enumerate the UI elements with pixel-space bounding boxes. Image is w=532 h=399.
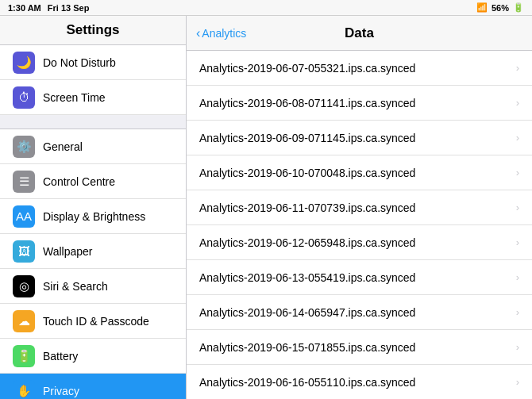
sidebar-list: 🌙Do Not Disturb⏱Screen Time⚙️General☰Con…	[0, 45, 186, 399]
content-item-label: Analytics-2019-06-11-070739.ips.ca.synce…	[199, 201, 516, 214]
content-item-label: Analytics-2019-06-14-065947.ips.ca.synce…	[199, 306, 516, 319]
display-icon: AA	[13, 205, 35, 228]
sidebar-item-label-do-not-disturb: Do Not Disturb	[43, 56, 173, 69]
content-item-label: Analytics-2019-06-08-071141.ips.ca.synce…	[199, 97, 516, 109]
battery-icon: 🔋	[13, 345, 35, 367]
list-item[interactable]: Analytics-2019-06-11-070739.ips.ca.synce…	[187, 190, 532, 225]
sidebar-item-label-battery: Battery	[43, 350, 173, 363]
back-button[interactable]: ‹ Analytics	[196, 26, 246, 40]
chevron-right-icon: ›	[516, 62, 519, 74]
sidebar-item-wallpaper[interactable]: 🖼Wallpaper	[0, 234, 186, 269]
chevron-right-icon: ›	[516, 236, 519, 248]
list-item[interactable]: Analytics-2019-06-07-055321.ips.ca.synce…	[187, 51, 532, 86]
content-item-label: Analytics-2019-06-12-065948.ips.ca.synce…	[199, 236, 516, 249]
chevron-right-icon: ›	[516, 167, 519, 178]
control-centre-icon: ☰	[13, 171, 35, 193]
chevron-right-icon: ›	[516, 97, 519, 109]
status-bar-left: 1:30 AM Fri 13 Sep	[8, 3, 89, 13]
privacy-icon: ✋	[13, 380, 35, 400]
do-not-disturb-icon: 🌙	[13, 52, 35, 74]
back-label: Analytics	[202, 27, 246, 40]
sidebar-item-battery[interactable]: 🔋Battery	[0, 339, 186, 374]
list-item[interactable]: Analytics-2019-06-15-071855.ips.ca.synce…	[187, 330, 532, 365]
content-title: Data	[345, 25, 374, 41]
sidebar-item-do-not-disturb[interactable]: 🌙Do Not Disturb	[0, 45, 186, 80]
siri-icon: ◎	[13, 275, 35, 297]
content-item-label: Analytics-2019-06-15-071855.ips.ca.synce…	[199, 341, 516, 354]
back-chevron-icon: ‹	[196, 26, 200, 40]
chevron-right-icon: ›	[516, 132, 519, 144]
chevron-right-icon: ›	[516, 376, 519, 388]
sidebar-item-label-touch-id: Touch ID & Passcode	[43, 315, 173, 328]
sidebar-item-privacy[interactable]: ✋Privacy	[0, 374, 186, 399]
status-time: 1:30 AM	[8, 3, 41, 13]
wallpaper-icon: 🖼	[13, 240, 35, 263]
sidebar-title: Settings	[0, 16, 186, 45]
list-item[interactable]: Analytics-2019-06-10-070048.ips.ca.synce…	[187, 155, 532, 190]
content-panel: ‹ Analytics Data Analytics-2019-06-07-05…	[187, 16, 532, 399]
sidebar-item-label-control-centre: Control Centre	[43, 175, 173, 188]
list-item[interactable]: Analytics-2019-06-14-065947.ips.ca.synce…	[187, 295, 532, 330]
sidebar-item-label-general: General	[43, 140, 173, 153]
sidebar-item-label-display: Display & Brightness	[43, 210, 173, 223]
content-list: Analytics-2019-06-07-055321.ips.ca.synce…	[187, 51, 532, 399]
list-item[interactable]: Analytics-2019-06-13-055419.ips.ca.synce…	[187, 260, 532, 295]
content-item-label: Analytics-2019-06-10-070048.ips.ca.synce…	[199, 167, 516, 179]
list-item[interactable]: Analytics-2019-06-16-055110.ips.ca.synce…	[187, 365, 532, 399]
chevron-right-icon: ›	[516, 271, 519, 283]
chevron-right-icon: ›	[516, 341, 519, 353]
list-item[interactable]: Analytics-2019-06-08-071141.ips.ca.synce…	[187, 86, 532, 121]
screen-time-icon: ⏱	[13, 86, 35, 109]
sidebar-item-display[interactable]: AADisplay & Brightness	[0, 199, 186, 234]
sidebar-item-label-wallpaper: Wallpaper	[43, 245, 173, 258]
content-header: ‹ Analytics Data	[187, 16, 532, 51]
list-item[interactable]: Analytics-2019-06-09-071145.ips.ca.synce…	[187, 121, 532, 155]
sidebar-item-label-screen-time: Screen Time	[43, 91, 173, 104]
status-bar-right: 📶 56% 🔋	[476, 2, 524, 13]
wifi-icon: 📶	[476, 2, 488, 13]
main-layout: Settings 🌙Do Not Disturb⏱Screen Time⚙️Ge…	[0, 16, 532, 399]
sidebar-item-control-centre[interactable]: ☰Control Centre	[0, 164, 186, 199]
sidebar-separator	[0, 115, 186, 129]
content-item-label: Analytics-2019-06-09-071145.ips.ca.synce…	[199, 132, 516, 144]
content-item-label: Analytics-2019-06-13-055419.ips.ca.synce…	[199, 271, 516, 284]
content-item-label: Analytics-2019-06-16-055110.ips.ca.synce…	[199, 376, 516, 389]
battery-icon: 🔋	[513, 2, 524, 13]
chevron-right-icon: ›	[516, 201, 519, 213]
battery-level: 56%	[492, 3, 509, 13]
sidebar-item-touch-id[interactable]: ☁Touch ID & Passcode	[0, 304, 186, 339]
touch-id-icon: ☁	[13, 310, 35, 332]
sidebar-item-general[interactable]: ⚙️General	[0, 129, 186, 164]
sidebar-item-label-siri: Siri & Search	[43, 280, 173, 293]
sidebar-item-label-privacy: Privacy	[43, 385, 173, 397]
status-date: Fri 13 Sep	[48, 3, 90, 13]
general-icon: ⚙️	[13, 136, 35, 158]
chevron-right-icon: ›	[516, 306, 519, 318]
sidebar-item-screen-time[interactable]: ⏱Screen Time	[0, 80, 186, 115]
sidebar-item-siri[interactable]: ◎Siri & Search	[0, 269, 186, 304]
sidebar: Settings 🌙Do Not Disturb⏱Screen Time⚙️Ge…	[0, 16, 187, 399]
status-bar: 1:30 AM Fri 13 Sep 📶 56% 🔋	[0, 0, 532, 16]
content-item-label: Analytics-2019-06-07-055321.ips.ca.synce…	[199, 62, 516, 75]
list-item[interactable]: Analytics-2019-06-12-065948.ips.ca.synce…	[187, 225, 532, 260]
